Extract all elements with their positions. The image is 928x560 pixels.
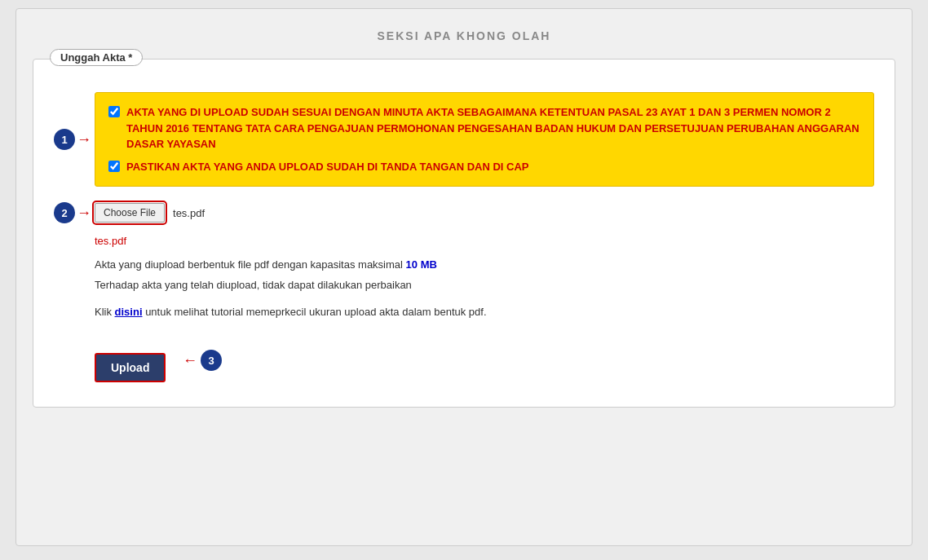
uploaded-file-link[interactable]: tes.pdf (95, 235, 874, 247)
tutorial-link[interactable]: disini (115, 306, 143, 318)
annotation-circle-3: 3 (201, 350, 222, 371)
warning-item-2: PASTIKAN AKTA YANG ANDA UPLOAD SUDAH DI … (108, 159, 860, 175)
warning-text-2: PASTIKAN AKTA YANG ANDA UPLOAD SUDAH DI … (126, 159, 529, 175)
info-highlight: 10 MB (406, 258, 437, 271)
page-wrapper: SEKSI APA KHONG OLAH Unggah Akta * 1 → A… (15, 8, 913, 546)
annotation-circle-1: 1 (54, 129, 75, 150)
warning-item-1: AKTA YANG DI UPLOAD SUDAH SESUAI DENGAN … (108, 104, 860, 152)
warning-checkbox-2[interactable] (108, 161, 120, 172)
annotation-arrow-2: → (77, 205, 91, 222)
warning-box: AKTA YANG DI UPLOAD SUDAH SESUAI DENGAN … (95, 92, 874, 187)
file-name-display: tes.pdf (173, 207, 205, 219)
fieldset-label: Unggah Akta * (50, 49, 143, 66)
file-input-row: Choose File tes.pdf (95, 203, 874, 223)
warning-text-1: AKTA YANG DI UPLOAD SUDAH SESUAI DENGAN … (126, 104, 860, 152)
info-text-start: Akta yang diupload berbentuk file pdf de… (95, 258, 406, 271)
choose-file-button[interactable]: Choose File (95, 203, 165, 223)
info-line-1: Akta yang diupload berbentuk file pdf de… (95, 257, 874, 274)
annotation-arrow-1: → (77, 131, 91, 148)
tutorial-text: Klik disini untuk melihat tutorial memep… (95, 304, 874, 321)
main-card: Unggah Akta * 1 → AKTA YANG DI UPLOAD SU… (33, 59, 895, 408)
upload-button[interactable]: Upload (95, 353, 166, 382)
info-line-2: Terhadap akta yang telah diupload, tidak… (95, 277, 874, 294)
upload-button-wrapper: Upload ← 3 (95, 338, 166, 382)
tutorial-prefix: Klik (95, 306, 115, 318)
tutorial-suffix: untuk melihat tutorial memeprkecil ukura… (143, 306, 487, 318)
page-title: SEKSI APA KHONG OLAH (33, 21, 895, 59)
warning-checkbox-1[interactable] (108, 106, 120, 117)
annotation-arrow-3: ← (183, 352, 197, 369)
annotation-circle-2: 2 (54, 202, 75, 223)
